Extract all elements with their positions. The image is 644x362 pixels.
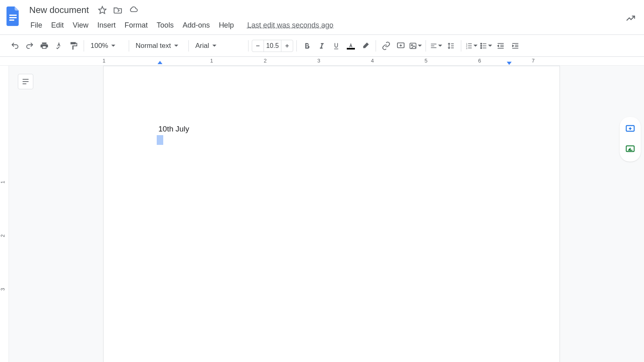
chevron-down-icon <box>174 45 178 47</box>
add-comment-button[interactable] <box>394 39 408 53</box>
menu-edit[interactable]: Edit <box>48 19 67 31</box>
toolbar-separator <box>129 40 129 52</box>
horizontal-ruler[interactable]: 1 1 2 3 4 5 6 7 <box>0 57 644 66</box>
style-value: Normal text <box>136 42 171 50</box>
svg-marker-3 <box>99 6 106 13</box>
highlight-button[interactable] <box>359 39 372 53</box>
text-run: 10 <box>158 125 167 133</box>
svg-point-26 <box>481 47 482 48</box>
vertical-ruler[interactable]: 1 2 3 <box>0 66 9 362</box>
last-edit-link[interactable]: Last edit was seconds ago <box>247 21 333 30</box>
ruler-number: 5 <box>424 58 427 64</box>
redo-button[interactable] <box>23 39 37 53</box>
svg-rect-1 <box>9 17 17 18</box>
print-button[interactable] <box>37 39 51 53</box>
bold-button[interactable] <box>300 39 314 53</box>
paragraph-style-select[interactable]: Normal text <box>132 39 185 53</box>
svg-rect-2 <box>9 19 14 21</box>
toolbar-separator <box>426 40 426 52</box>
menu-file[interactable]: File <box>27 19 46 31</box>
line-spacing-button[interactable] <box>444 39 458 53</box>
zoom-select[interactable]: 100% <box>87 39 125 53</box>
svg-rect-10 <box>410 43 416 48</box>
svg-point-24 <box>481 43 482 44</box>
insert-link-button[interactable] <box>379 39 393 53</box>
star-icon[interactable] <box>98 6 107 15</box>
editor-canvas: 1 2 3 10th July <box>0 66 644 362</box>
decrease-indent-button[interactable] <box>494 39 508 53</box>
menu-format[interactable]: Format <box>121 19 151 31</box>
font-size-input[interactable] <box>264 40 281 52</box>
svg-text:3: 3 <box>466 47 468 49</box>
bulleted-list-button[interactable] <box>479 39 493 53</box>
ruler-number: 1 <box>0 181 6 184</box>
ruler-number: 3 <box>0 288 6 291</box>
font-value: Arial <box>195 42 209 50</box>
move-icon[interactable] <box>113 6 122 15</box>
toolbar-separator <box>296 40 297 52</box>
side-action-panel <box>620 117 641 162</box>
text-color-button[interactable] <box>344 39 358 53</box>
menu-view[interactable]: View <box>69 19 92 31</box>
document-outline-button[interactable] <box>18 74 33 89</box>
increase-indent-button[interactable] <box>508 39 522 53</box>
menu-help[interactable]: Help <box>215 19 238 31</box>
text-selection <box>157 135 163 145</box>
document-title[interactable]: New document <box>27 4 91 16</box>
ruler-number: 4 <box>371 58 374 64</box>
ruler-number: 6 <box>478 58 481 64</box>
toolbar-separator <box>376 40 376 52</box>
menu-bar: File Edit View Insert Format Tools Add-o… <box>27 19 622 31</box>
svg-point-11 <box>411 44 413 45</box>
toolbar-separator <box>188 40 189 52</box>
cloud-status-icon[interactable] <box>129 6 138 15</box>
add-comment-side-button[interactable] <box>624 123 637 136</box>
menu-tools[interactable]: Tools <box>153 19 177 31</box>
ruler-number: 3 <box>317 58 320 64</box>
font-size-group <box>252 40 293 52</box>
chevron-down-icon <box>111 45 115 47</box>
ruler-number: 1 <box>210 58 213 64</box>
chevron-down-icon <box>418 45 422 47</box>
ruler-number: 2 <box>264 58 266 64</box>
paint-format-button[interactable] <box>67 39 80 53</box>
text-run: July <box>173 125 189 133</box>
font-select[interactable]: Arial <box>192 39 245 53</box>
ruler-number: 7 <box>532 58 534 64</box>
underline-button[interactable] <box>329 39 343 53</box>
numbered-list-button[interactable]: 123 <box>465 39 478 53</box>
insert-image-button[interactable] <box>408 39 422 53</box>
activity-icon[interactable] <box>622 10 639 28</box>
toolbar-separator <box>84 40 84 52</box>
undo-button[interactable] <box>8 39 22 53</box>
title-area: New document File Edit View Insert Forma… <box>27 3 622 31</box>
chevron-down-icon <box>438 45 442 47</box>
toolbar-separator <box>461 40 461 52</box>
right-indent-marker[interactable] <box>507 62 512 65</box>
suggest-edits-button[interactable] <box>624 143 637 156</box>
docs-logo[interactable] <box>5 5 21 27</box>
font-size-decrease-button[interactable] <box>252 40 264 52</box>
chevron-down-icon <box>488 45 492 47</box>
svg-point-25 <box>481 45 482 46</box>
svg-rect-0 <box>9 15 17 16</box>
document-body[interactable]: 10th July <box>158 123 505 148</box>
spellcheck-button[interactable] <box>52 39 66 53</box>
ruler-number: 1 <box>102 58 105 64</box>
ruler-number: 2 <box>0 235 6 237</box>
chevron-down-icon <box>212 45 216 47</box>
toolbar-separator <box>248 40 249 52</box>
chevron-down-icon <box>473 45 478 47</box>
document-page[interactable]: 10th July <box>103 66 560 362</box>
menu-addons[interactable]: Add-ons <box>179 19 214 31</box>
toolbar: 100% Normal text Arial 123 <box>0 35 644 57</box>
align-button[interactable] <box>429 39 443 53</box>
zoom-value: 100% <box>91 42 108 50</box>
italic-button[interactable] <box>315 39 328 53</box>
text-run: th <box>167 125 173 133</box>
menu-insert[interactable]: Insert <box>94 19 119 31</box>
font-size-increase-button[interactable] <box>281 40 293 52</box>
left-indent-marker[interactable] <box>158 61 162 64</box>
title-bar: New document File Edit View Insert Forma… <box>0 0 644 35</box>
